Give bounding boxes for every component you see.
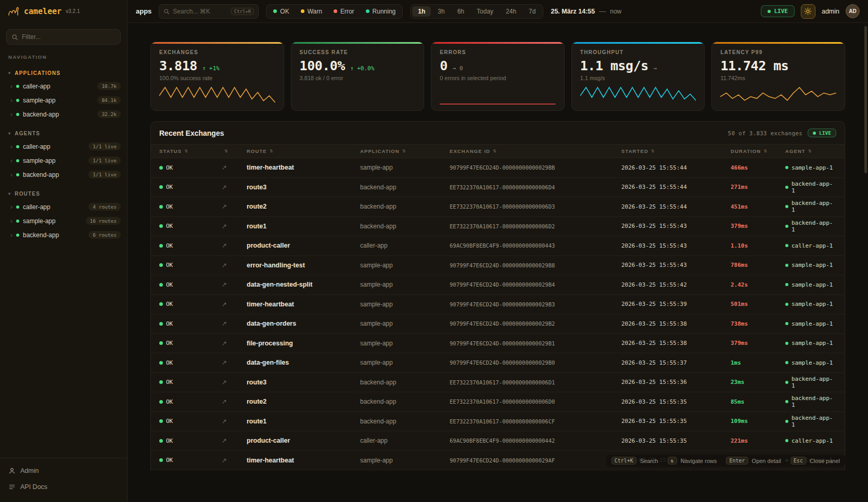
filter-chip[interactable]: Warn [296, 6, 327, 17]
open-detail-icon[interactable]: ↗ [222, 418, 247, 425]
table-row[interactable]: OK ↗ product-caller caller-app 69AC90BF8… [151, 236, 845, 256]
sidebar-item-agent[interactable]: › sample-app 1/1 live [0, 153, 127, 168]
route-name[interactable]: route1 [247, 223, 360, 230]
table-row[interactable]: OK ↗ data-gen-files sample-app 90799F47E… [151, 353, 845, 373]
open-detail-icon[interactable]: ↗ [222, 281, 247, 288]
filter-input[interactable] [22, 33, 116, 41]
route-name[interactable]: timer-heartbeat [247, 164, 360, 171]
open-detail-icon[interactable]: ↗ [222, 398, 247, 405]
open-detail-icon[interactable]: ↗ [222, 320, 247, 327]
sidebar-item-route[interactable]: › backend-app 6 routes [0, 228, 127, 242]
route-name[interactable]: route3 [247, 379, 360, 386]
route-name[interactable]: route2 [247, 398, 360, 405]
sidebar-item-route[interactable]: › caller-app 4 routes [0, 200, 127, 214]
sidebar-item-application[interactable]: › sample-app 84.1k [0, 93, 127, 107]
column-header-route[interactable]: ROUTE⇅ [247, 148, 360, 154]
application-name: backend-app [360, 223, 450, 230]
status-label: OK [166, 398, 173, 405]
open-detail-icon[interactable]: ↗ [222, 379, 247, 386]
column-header-application[interactable]: APPLICATION⇅ [360, 148, 450, 154]
route-name[interactable]: error-handling-test [247, 262, 360, 269]
route-name[interactable]: data-gen-orders [247, 320, 360, 327]
table-row[interactable]: OK ↗ route3 backend-app EE7322370A10617-… [151, 178, 845, 198]
live-toggle[interactable]: LIVE [761, 5, 795, 17]
column-header-status[interactable]: STATUS⇅ [159, 148, 222, 154]
table-row[interactable]: OK ↗ timer-heartbeat sample-app 90799F47… [151, 158, 845, 178]
column-header-started[interactable]: STARTED⇅ [621, 148, 731, 154]
range-7d[interactable]: 7d [523, 6, 541, 17]
range-3h[interactable]: 3h [432, 6, 450, 17]
sidebar-item-agent[interactable]: › caller-app 1/1 live [0, 139, 127, 153]
range-24h[interactable]: 24h [500, 6, 522, 17]
sidebar-item-application[interactable]: › caller-app 10.7k [0, 79, 127, 93]
table-row[interactable]: OK ↗ timer-heartbeat sample-app 90799F47… [151, 295, 845, 315]
open-detail-icon[interactable]: ↗ [222, 262, 247, 269]
open-detail-icon[interactable]: ↗ [222, 203, 247, 210]
table-live-badge[interactable]: LIVE [808, 128, 836, 137]
route-name[interactable]: data-gen-files [247, 359, 360, 366]
table-row[interactable]: OK ↗ data-gen-orders sample-app 90799F47… [151, 314, 845, 334]
range-today[interactable]: Today [471, 6, 499, 17]
filter-chip[interactable]: OK [268, 6, 294, 17]
table-row[interactable]: OK ↗ route1 backend-app EE7322370A10617-… [151, 217, 845, 237]
stat-card-latency: LATENCY P99 11.742 ms 11.742ms [711, 42, 845, 111]
agent-dot [785, 264, 788, 267]
sidebar-filter[interactable] [6, 29, 121, 45]
section-header-routes[interactable]: ▾ ROUTES [0, 189, 127, 200]
column-header-exchange-id[interactable]: EXCHANGE ID⇅ [450, 148, 621, 154]
filter-chip[interactable]: Error [328, 6, 360, 17]
sidebar-item-agent[interactable]: › backend-app 1/1 live [0, 168, 127, 182]
theme-toggle-button[interactable] [801, 4, 815, 19]
section-header-applications[interactable]: ▾ APPLICATIONS [0, 68, 127, 79]
route-name[interactable]: product-caller [247, 437, 360, 444]
filter-chip[interactable]: Running [361, 6, 401, 17]
status-label: OK [166, 437, 173, 444]
sidebar-item-api-docs[interactable]: API Docs [0, 479, 127, 495]
column-header-duration[interactable]: DURATION⇅ [731, 148, 785, 154]
scrollbar-thumb[interactable] [864, 26, 867, 173]
table-row[interactable]: OK ↗ error-handling-test sample-app 9079… [151, 256, 845, 276]
sidebar-item-application[interactable]: › backend-app 32.2k [0, 107, 127, 121]
card-accent-bar [712, 42, 845, 44]
table-row[interactable]: OK ↗ data-gen-nested-split sample-app 90… [151, 275, 845, 295]
open-detail-icon[interactable]: ↗ [222, 340, 247, 347]
route-name[interactable]: file-processing [247, 340, 360, 347]
section-header-agents[interactable]: ▾ AGENTS [0, 128, 127, 139]
chevron-right-icon: › [10, 204, 12, 210]
section-routes: ▾ ROUTES › caller-app 4 routes › sample-… [0, 189, 127, 242]
route-name[interactable]: route1 [247, 418, 360, 425]
route-name[interactable]: timer-heartbeat [247, 457, 360, 464]
range-1h[interactable]: 1h [412, 6, 431, 17]
route-name[interactable]: product-caller [247, 242, 360, 249]
open-detail-icon[interactable]: ↗ [222, 457, 247, 464]
sidebar-item-admin[interactable]: Admin [0, 462, 127, 479]
table-row[interactable]: OK ↗ route1 backend-app EE7322370A10617-… [151, 412, 845, 432]
started-time: 2026-03-25 15:55:44 [621, 184, 731, 190]
route-name[interactable]: route3 [247, 184, 360, 191]
table-row[interactable]: OK ↗ product-caller caller-app 69AC90BF8… [151, 431, 845, 451]
column-header-agent[interactable]: AGENT⇅ [785, 148, 836, 154]
search-input[interactable]: Search... ⌘K Ctrl+K [159, 4, 259, 19]
table-row[interactable]: OK ↗ route2 backend-app EE7322370A10617-… [151, 197, 845, 217]
open-detail-icon[interactable]: ↗ [222, 164, 247, 171]
table-row[interactable]: OK ↗ file-processing sample-app 90799F47… [151, 334, 845, 354]
exchange-id: EE7322370A10617-00000000000006D3 [450, 203, 621, 210]
exchange-id: 69AC90BF8EBC4F9-0000000000000442 [450, 437, 621, 444]
open-detail-icon[interactable]: ↗ [222, 184, 247, 191]
column-header-detail[interactable]: ⇅ [222, 149, 247, 153]
range-6h[interactable]: 6h [452, 6, 470, 17]
time-display[interactable]: 25. März 14:55 — now [551, 7, 621, 15]
route-name[interactable]: data-gen-nested-split [247, 281, 360, 288]
route-name[interactable]: route2 [247, 203, 360, 210]
open-detail-icon[interactable]: ↗ [222, 301, 247, 308]
open-detail-icon[interactable]: ↗ [222, 223, 247, 230]
table-row[interactable]: OK ↗ route3 backend-app EE7322370A10617-… [151, 373, 845, 393]
avatar[interactable]: AD [846, 4, 860, 18]
route-name[interactable]: timer-heartbeat [247, 301, 360, 308]
table-row[interactable]: OK ↗ route2 backend-app EE7322370A10617-… [151, 392, 845, 412]
open-detail-icon[interactable]: ↗ [222, 437, 247, 444]
sidebar-item-route[interactable]: › sample-app 16 routes [0, 214, 127, 228]
open-detail-icon[interactable]: ↗ [222, 242, 247, 249]
open-detail-icon[interactable]: ↗ [222, 359, 247, 366]
search-icon [163, 8, 170, 15]
